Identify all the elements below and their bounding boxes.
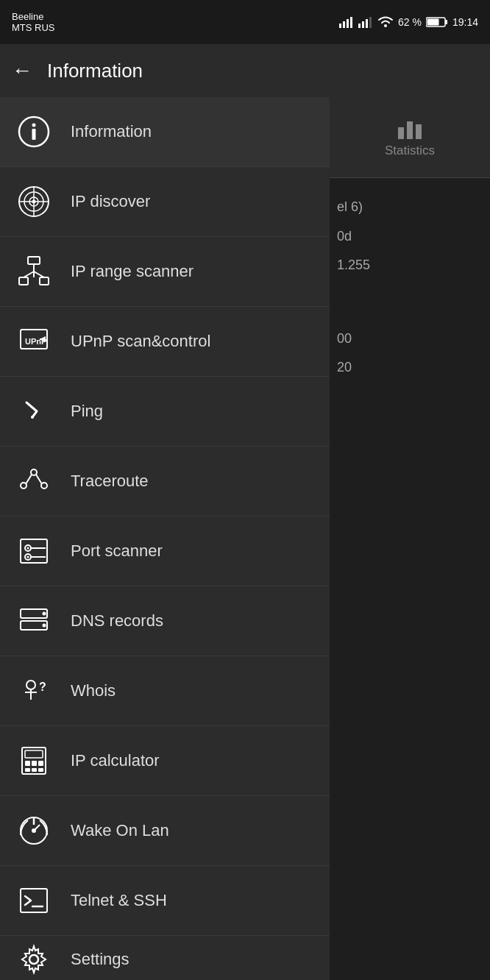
right-panel: Statistics el 6) 0d 1.255 00 20 — [330, 97, 490, 980]
svg-rect-3 — [350, 17, 352, 28]
svg-line-62 — [34, 825, 40, 831]
menu-label-traceroute: Traceroute — [71, 472, 149, 491]
svg-point-46 — [43, 624, 46, 628]
svg-rect-10 — [445, 20, 447, 24]
menu-item-ip-calculator[interactable]: IP calculator — [0, 726, 330, 796]
svg-rect-63 — [21, 889, 47, 912]
menu-label-whois: Whois — [71, 681, 116, 700]
svg-line-35 — [36, 475, 42, 484]
calculator-icon — [15, 742, 53, 780]
carrier1: Beeline — [12, 11, 55, 22]
svg-rect-23 — [40, 277, 49, 285]
menu-item-port-scanner[interactable]: Port scanner — [0, 516, 330, 586]
content-line4: 00 — [337, 324, 483, 354]
menu-item-upnp[interactable]: UPnP UPnP scan&control — [0, 307, 330, 377]
menu-item-information[interactable]: Information — [0, 97, 330, 167]
svg-rect-7 — [369, 17, 372, 28]
svg-rect-67 — [407, 121, 413, 139]
svg-line-26 — [34, 271, 44, 277]
svg-point-32 — [31, 469, 37, 475]
svg-point-20 — [32, 200, 36, 204]
statistics-tab[interactable]: Statistics — [330, 97, 490, 178]
menu-label-wake-on-lan: Wake On Lan — [71, 821, 169, 840]
svg-rect-11 — [427, 19, 438, 26]
content-line3: 1.255 — [337, 251, 483, 280]
content-line5: 20 — [337, 353, 483, 383]
svg-point-65 — [29, 955, 38, 964]
svg-line-34 — [26, 475, 32, 484]
statistics-tab-label: Statistics — [385, 143, 435, 158]
menu-item-settings[interactable]: Settings — [0, 936, 330, 980]
svg-point-44 — [43, 612, 46, 616]
traceroute-icon — [15, 462, 53, 500]
menu-label-port-scanner: Port scanner — [71, 542, 163, 561]
svg-rect-4 — [358, 24, 361, 28]
status-bar: Beeline MTS RUS 62 % — [0, 0, 490, 44]
svg-rect-68 — [416, 124, 422, 139]
radar-icon — [15, 182, 53, 221]
svg-rect-54 — [32, 761, 37, 766]
svg-rect-0 — [339, 24, 341, 28]
page-title: Information — [47, 60, 143, 82]
menu-label-settings: Settings — [71, 950, 129, 969]
whois-icon: ? — [15, 672, 53, 710]
svg-rect-52 — [25, 750, 43, 758]
svg-point-47 — [26, 681, 35, 689]
port-icon — [15, 532, 53, 570]
carrier-info: Beeline MTS RUS — [12, 11, 55, 33]
menu-label-information: Information — [71, 122, 152, 141]
menu-label-ping: Ping — [71, 402, 103, 421]
upnp-icon: UPnP — [15, 322, 53, 361]
signal1-icon — [339, 16, 354, 28]
svg-rect-22 — [19, 277, 28, 285]
bar-chart-icon — [397, 117, 423, 139]
menu-label-ip-range-scanner: IP range scanner — [71, 262, 193, 281]
menu-item-ping[interactable]: Ping — [0, 377, 330, 447]
menu-item-ip-discover[interactable]: IP discover — [0, 167, 330, 237]
svg-rect-57 — [32, 768, 37, 772]
menu-item-ip-range-scanner[interactable]: IP range scanner — [0, 237, 330, 307]
battery-level: 62 % — [398, 16, 422, 28]
wifi-icon — [377, 16, 394, 28]
navigation-drawer: Information IP discover — [0, 97, 330, 980]
svg-rect-56 — [25, 768, 30, 772]
svg-point-41 — [27, 556, 29, 558]
main-area: Information IP discover — [0, 97, 490, 980]
svg-rect-5 — [362, 21, 364, 28]
svg-rect-53 — [25, 761, 30, 766]
svg-rect-1 — [343, 21, 345, 28]
menu-item-whois[interactable]: ? Whois — [0, 656, 330, 726]
svg-rect-36 — [21, 539, 47, 563]
back-button[interactable]: ← — [12, 59, 32, 82]
menu-label-dns-records: DNS records — [71, 611, 163, 631]
top-bar: ← Information — [0, 44, 490, 97]
menu-label-ip-discover: IP discover — [71, 192, 150, 211]
content-line1: el 6) — [337, 193, 483, 222]
svg-rect-21 — [28, 257, 40, 264]
svg-rect-2 — [347, 19, 349, 28]
svg-point-38 — [27, 547, 29, 550]
status-right: 62 % 19:14 — [339, 16, 478, 28]
network-icon — [15, 252, 53, 291]
svg-rect-55 — [38, 761, 43, 766]
svg-rect-14 — [32, 129, 36, 140]
menu-label-upnp: UPnP scan&control — [71, 332, 210, 351]
svg-point-8 — [384, 24, 387, 27]
svg-point-30 — [31, 416, 34, 419]
svg-line-25 — [24, 271, 34, 277]
right-panel-content: el 6) 0d 1.255 00 20 — [330, 178, 490, 980]
ping-icon — [15, 392, 53, 430]
menu-item-wake-on-lan[interactable]: Wake On Lan — [0, 796, 330, 866]
menu-item-dns-records[interactable]: DNS records — [0, 586, 330, 656]
battery-icon — [426, 16, 448, 28]
carrier2: MTS RUS — [12, 22, 55, 33]
wol-icon — [15, 812, 53, 850]
terminal-icon — [15, 881, 53, 920]
menu-item-traceroute[interactable]: Traceroute — [0, 447, 330, 516]
svg-text:?: ? — [39, 681, 46, 693]
content-line2: 0d — [337, 222, 483, 252]
settings-icon — [15, 940, 53, 979]
svg-rect-6 — [366, 19, 368, 28]
menu-item-telnet-ssh[interactable]: Telnet & SSH — [0, 866, 330, 936]
svg-rect-58 — [38, 768, 43, 772]
